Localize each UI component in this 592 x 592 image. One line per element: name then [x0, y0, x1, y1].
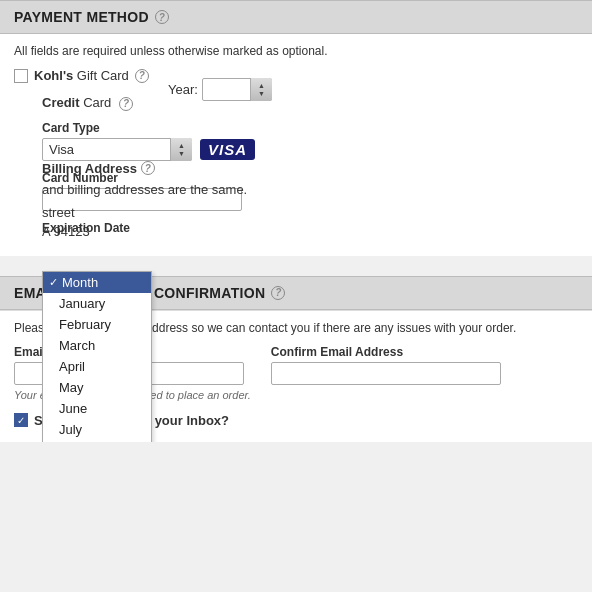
- year-select[interactable]: 2024 2025 2026 2027 2028 2029 2030: [202, 78, 272, 101]
- payment-method-header: PAYMENT METHOD ?: [0, 0, 592, 34]
- billing-title-text: Billing Address: [42, 161, 137, 176]
- month-dropdown: ✓ Month January February March April May…: [42, 271, 152, 442]
- month-item-june[interactable]: June: [43, 398, 151, 419]
- payment-method-body: All fields are required unless otherwise…: [0, 34, 592, 256]
- gift-card-label-bold: Kohl's: [34, 68, 73, 83]
- year-select-wrapper: 2024 2025 2026 2027 2028 2029 2030: [202, 78, 272, 101]
- gift-card-row: Kohl's Gift Card ?: [14, 68, 578, 83]
- month-item-march[interactable]: March: [43, 335, 151, 356]
- payment-help-icon[interactable]: ?: [155, 10, 169, 24]
- card-type-label: Card Type: [42, 121, 578, 135]
- visa-text: VISA: [208, 141, 247, 158]
- billing-help-icon[interactable]: ?: [141, 161, 155, 175]
- billing-same-text: and billing addresses are the same.: [42, 182, 247, 197]
- email-help-icon[interactable]: ?: [271, 286, 285, 300]
- credit-label-rest: Card: [80, 95, 112, 110]
- gift-card-help-icon[interactable]: ?: [135, 69, 149, 83]
- month-selected-item[interactable]: ✓ Month: [43, 272, 151, 293]
- month-item-april[interactable]: April: [43, 356, 151, 377]
- month-item-august[interactable]: August: [43, 440, 151, 442]
- required-note: All fields are required unless otherwise…: [14, 44, 578, 58]
- credit-card-label: Credit Card ?: [42, 95, 578, 111]
- payment-method-title: PAYMENT METHOD: [14, 9, 149, 25]
- month-item-february[interactable]: February: [43, 314, 151, 335]
- year-group: Year: 2024 2025 2026 2027 2028 2029 2030: [168, 78, 272, 101]
- address-same-text: and billing addresses are the same.: [42, 182, 578, 197]
- month-item-may[interactable]: May: [43, 377, 151, 398]
- confirm-email-group: Confirm Email Address: [271, 345, 501, 385]
- gift-card-label-rest: Gift Card: [73, 68, 129, 83]
- year-label: Year:: [168, 82, 198, 97]
- gift-card-label: Kohl's Gift Card: [34, 68, 129, 83]
- month-item-january[interactable]: January: [43, 293, 151, 314]
- credit-card-help-icon[interactable]: ?: [119, 97, 133, 111]
- card-type-select-wrapper: Visa Mastercard American Express Discove…: [42, 138, 192, 161]
- visa-logo: VISA: [200, 139, 255, 160]
- savings-checkbox[interactable]: ✓: [14, 413, 28, 427]
- card-type-select[interactable]: Visa Mastercard American Express Discove…: [42, 138, 192, 161]
- expiration-row: ✓ Month January February March April May…: [42, 238, 578, 261]
- gift-card-checkbox[interactable]: [14, 69, 28, 83]
- confirm-email-input[interactable]: [271, 362, 501, 385]
- billing-address-title: Billing Address ?: [42, 161, 578, 176]
- checkmark-icon: ✓: [49, 276, 58, 289]
- confirm-email-label: Confirm Email Address: [271, 345, 501, 359]
- month-item-july[interactable]: July: [43, 419, 151, 440]
- credit-label-bold: Credit: [42, 95, 80, 110]
- selected-month-text: Month: [62, 275, 98, 290]
